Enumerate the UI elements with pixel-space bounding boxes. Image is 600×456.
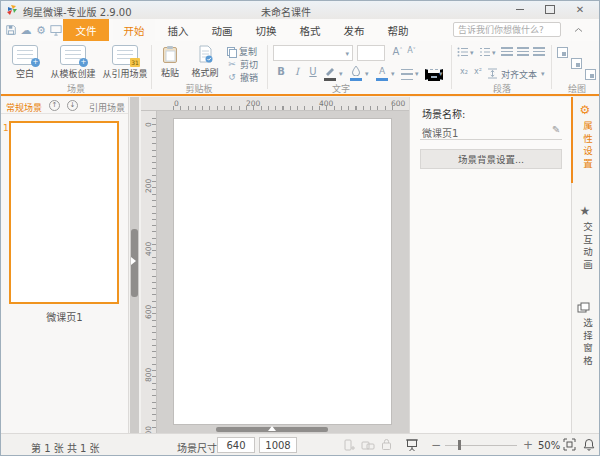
grow-font-button[interactable]: A˄: [391, 46, 404, 61]
droplet-icon: [351, 66, 361, 76]
save-icon: [5, 24, 17, 36]
rotate-object-button[interactable]: [585, 69, 596, 80]
superscript-button[interactable]: x²: [471, 67, 485, 82]
bullet-list-icon: [457, 47, 469, 57]
scene-name-value[interactable]: 微课页1: [422, 125, 458, 140]
search-input[interactable]: [453, 22, 561, 37]
bring-forward-button[interactable]: [557, 47, 568, 58]
bold-button[interactable]: B: [275, 66, 287, 81]
align-text-button[interactable]: 对齐文本: [501, 68, 537, 81]
app-title: 绚星微课-专业版 2.9.00: [23, 4, 132, 19]
move-scene-down-button[interactable]: ↓: [67, 100, 78, 111]
scene-thumbnail[interactable]: [9, 121, 119, 304]
pen-icon: [324, 66, 336, 76]
lock-ratio-button[interactable]: [381, 438, 392, 451]
scene-from-template-button[interactable]: + 从模板创建: [47, 45, 99, 80]
rotate-device-button[interactable]: [361, 439, 375, 452]
scene-width-input[interactable]: [217, 437, 255, 453]
settings-button[interactable]: ⚙: [34, 23, 48, 37]
move-scene-up-button[interactable]: ↑: [49, 100, 60, 111]
chevron-down-icon[interactable]: ▾: [339, 70, 343, 78]
ribbon-accent-line: [1, 94, 599, 96]
chevron-down-icon[interactable]: ▾: [391, 70, 395, 78]
send-backward-button[interactable]: [571, 58, 582, 69]
chevron-down-icon: ▾: [345, 50, 349, 58]
underline-button[interactable]: U: [307, 66, 319, 81]
edit-pencil-icon[interactable]: ✎: [552, 124, 560, 135]
zoom-slider-track[interactable]: [445, 445, 517, 446]
font-color-button[interactable]: A: [375, 66, 389, 81]
tab-file[interactable]: 文件: [63, 19, 109, 41]
scene-background-button[interactable]: 场景背景设置...: [420, 149, 562, 169]
tab-home[interactable]: 开始: [113, 19, 155, 41]
line-style-button[interactable]: [401, 69, 413, 80]
title-bar: 绚星微课-专业版 2.9.00 未命名课件 ✕: [1, 1, 599, 19]
zoom-slider-thumb[interactable]: [458, 440, 461, 450]
zoom-out-button[interactable]: −: [431, 438, 441, 452]
tab-reference-scenes[interactable]: 引用场景: [89, 101, 125, 114]
new-blank-scene-button[interactable]: + 空白: [5, 45, 45, 80]
fill-color-button[interactable]: [349, 66, 363, 81]
tab-format[interactable]: 格式: [289, 19, 331, 41]
font-size-select[interactable]: [357, 45, 385, 61]
chevron-down-icon[interactable]: ▾: [492, 49, 496, 57]
shrink-font-button[interactable]: A˅: [405, 46, 418, 61]
tab-help[interactable]: 帮助: [377, 19, 419, 41]
scene-panel-header: 常规场景 ↑ ↓ 引用场景: [1, 97, 128, 114]
lines-icon: [401, 69, 413, 80]
align-center-button[interactable]: [517, 47, 529, 56]
save-button[interactable]: [4, 23, 18, 37]
scene-from-reference-button[interactable]: 31 从引用场景: [99, 45, 151, 80]
scene-height-input[interactable]: [259, 437, 297, 453]
record-audio-button[interactable]: [343, 439, 355, 452]
notifications-button[interactable]: [583, 438, 595, 451]
collapse-ribbon-button[interactable]: [571, 24, 585, 36]
tab-transition[interactable]: 切换: [245, 19, 287, 41]
properties-gear-icon[interactable]: ⚙: [571, 103, 599, 117]
preview-button[interactable]: [49, 23, 63, 37]
bullet-list-button[interactable]: [457, 47, 469, 57]
zoom-percentage[interactable]: 50%: [538, 440, 560, 451]
tab-selection-pane[interactable]: 选择窗格: [580, 318, 594, 368]
line-spacing-button[interactable]: [487, 68, 498, 79]
chevron-down-icon[interactable]: ▾: [470, 49, 474, 57]
selection-pane-icon[interactable]: [577, 302, 590, 314]
chevron-down-icon[interactable]: ▾: [415, 70, 419, 78]
cut-button[interactable]: ✂ 剪切: [227, 59, 258, 69]
undo-button[interactable]: ↺ 撤销: [227, 72, 258, 82]
fit-to-window-button[interactable]: [563, 438, 576, 451]
interaction-star-icon[interactable]: ★: [571, 204, 599, 218]
tab-properties[interactable]: 属性设置: [580, 121, 594, 171]
panel-collapse-handle[interactable]: [131, 257, 136, 265]
italic-button[interactable]: I: [291, 66, 303, 81]
canvas-page[interactable]: [173, 118, 392, 425]
format-painter-button[interactable]: 格式刷: [187, 45, 223, 79]
scene-name-label: 场景名称:: [422, 106, 465, 121]
align-right-button[interactable]: [533, 47, 545, 56]
minimize-button[interactable]: [509, 1, 531, 18]
close-button[interactable]: ✕: [569, 1, 591, 18]
maximize-button[interactable]: [539, 1, 561, 18]
ruler-tick-label: 0: [144, 122, 153, 127]
subscript-button[interactable]: x₂: [457, 67, 471, 82]
tab-publish[interactable]: 发布: [333, 19, 375, 41]
cloud-button[interactable]: ☁: [19, 23, 33, 37]
chevron-down-icon[interactable]: ▾: [541, 70, 545, 78]
align-left-button[interactable]: [501, 47, 513, 56]
paste-button[interactable]: 粘贴: [155, 45, 185, 79]
copy-button[interactable]: 复制: [227, 46, 257, 56]
chevron-down-icon[interactable]: ▾: [365, 70, 369, 78]
bell-icon: [583, 438, 595, 451]
undo-icon: ↺: [227, 72, 237, 82]
tab-insert[interactable]: 插入: [157, 19, 199, 41]
tab-regular-scenes[interactable]: 常规场景: [6, 101, 42, 114]
chevron-down-icon[interactable]: ▾: [439, 70, 443, 78]
font-family-select[interactable]: ▾: [273, 45, 353, 61]
tab-animation[interactable]: 动画: [201, 19, 243, 41]
tab-interaction-animation[interactable]: 交互动画: [580, 222, 594, 272]
numbered-list-button[interactable]: [479, 47, 491, 57]
paste-icon: [162, 45, 178, 64]
play-presentation-button[interactable]: [405, 438, 419, 452]
highlight-color-button[interactable]: [323, 66, 337, 81]
zoom-in-button[interactable]: +: [523, 438, 533, 452]
